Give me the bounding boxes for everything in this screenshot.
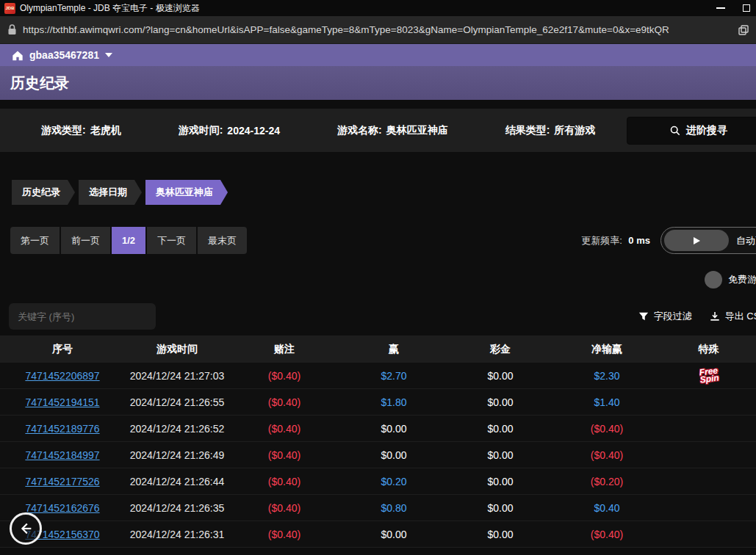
- game-time-cell: 2024/12/24 21:26:55: [125, 396, 229, 408]
- account-bar: gbaa35467281: [0, 44, 756, 66]
- free-game-radio[interactable]: [705, 271, 722, 289]
- bet-cell: ($0.40): [229, 529, 339, 540]
- net-cell: $1.40: [552, 396, 661, 408]
- net-cell: $2.30: [552, 370, 661, 382]
- table-header-row: 序号 游戏时间 赌注 赢 彩金 净输赢 特殊: [0, 335, 756, 363]
- filter-value: 所有游戏: [554, 124, 595, 137]
- header-jackpot: 彩金: [448, 343, 552, 356]
- pagination-prev-button[interactable]: 前一页: [61, 227, 110, 254]
- special-cell: Free Spin: [661, 368, 756, 384]
- search-input[interactable]: [9, 303, 156, 330]
- round-id-link[interactable]: 7471452189776: [0, 423, 125, 435]
- filter-value: 奥林匹亚神庙: [386, 124, 448, 137]
- game-time-cell: 2024/12/24 21:26:35: [125, 502, 229, 514]
- toggle-knob: [664, 230, 729, 251]
- page-title: 历史纪录: [10, 73, 69, 93]
- game-time-cell: 2024/12/24 21:26:44: [125, 476, 229, 487]
- free-game-label: 免费游戏: [728, 273, 756, 286]
- address-bar: https://txthbf.awimqwri.com/?lang=cn&hom…: [0, 16, 756, 44]
- round-id-link[interactable]: 7471452206897: [0, 370, 125, 382]
- filter-label: 游戏名称:: [337, 124, 382, 137]
- net-cell: $0.40: [552, 502, 661, 514]
- copy-icon[interactable]: [738, 25, 749, 35]
- browser-window: JDB OlympianTemple - JDB 夺宝电子 - 极速浏览器 ht…: [0, 0, 756, 555]
- win-cell: $0.00: [339, 449, 448, 461]
- game-time-cell: 2024/12/24 21:26:31: [125, 529, 229, 540]
- pagination-first-button[interactable]: 第一页: [10, 227, 60, 254]
- header-special: 特殊: [661, 343, 756, 356]
- win-cell: $0.80: [339, 502, 448, 514]
- app-icon: JDB: [4, 3, 15, 14]
- account-menu[interactable]: gbaa35467281: [12, 49, 112, 61]
- history-table: 序号 游戏时间 赌注 赢 彩金 净输赢 特殊 74714522068972024…: [0, 335, 756, 548]
- bet-cell: ($0.40): [229, 476, 339, 487]
- table-row: 74714521563702024/12/24 21:26:31($0.40)$…: [0, 521, 756, 548]
- filter-game-name[interactable]: 游戏名称: 奥林匹亚神庙: [337, 124, 448, 137]
- round-id-link[interactable]: 7471452162676: [0, 502, 125, 514]
- header-bet: 赌注: [229, 343, 339, 356]
- export-csv-label: 导出 CSV: [725, 310, 756, 323]
- export-csv-button[interactable]: 导出 CSV: [710, 310, 756, 323]
- maximize-button[interactable]: [743, 4, 750, 12]
- pagination-next-button[interactable]: 下一页: [147, 227, 196, 254]
- filter-game-date[interactable]: 游戏时间: 2024-12-24: [179, 124, 280, 137]
- filter-label: 游戏类型:: [41, 124, 86, 137]
- game-time-cell: 2024/12/24 21:27:03: [125, 370, 229, 382]
- bet-cell: ($0.40): [229, 423, 339, 435]
- jackpot-cell: $0.00: [448, 423, 552, 435]
- filter-result-type[interactable]: 结果类型: 所有游戏: [505, 124, 596, 137]
- chevron-down-icon: [105, 53, 112, 57]
- filter-game-type[interactable]: 游戏类型: 老虎机: [41, 124, 121, 137]
- bet-cell: ($0.40): [229, 449, 339, 461]
- jackpot-cell: $0.00: [448, 396, 552, 408]
- main-content: 历史纪录 选择日期 奥林匹亚神庙 第一页 前一页 1/2 下一页 最末页 更新频…: [0, 180, 756, 548]
- header-game-time: 游戏时间: [125, 343, 229, 356]
- advanced-search-label: 进阶搜寻: [686, 124, 727, 137]
- game-time-cell: 2024/12/24 21:26:52: [125, 423, 229, 435]
- table-row: 74714521849972024/12/24 21:26:49($0.40)$…: [0, 442, 756, 468]
- net-cell: ($0.40): [552, 529, 661, 540]
- field-filter-button[interactable]: 字段过滤: [638, 310, 692, 323]
- url-field[interactable]: https://txthbf.awimqwri.com/?lang=cn&hom…: [23, 24, 732, 35]
- table-row: 74714522068972024/12/24 21:27:03($0.40)$…: [0, 363, 756, 389]
- win-cell: $0.20: [339, 476, 448, 487]
- round-id-link[interactable]: 7471452184997: [0, 449, 125, 461]
- jackpot-cell: $0.00: [448, 476, 552, 487]
- table-body: 74714522068972024/12/24 21:27:03($0.40)$…: [0, 363, 756, 548]
- window-titlebar: JDB OlympianTemple - JDB 夺宝电子 - 极速浏览器: [0, 0, 756, 16]
- filter-bar: 游戏类型: 老虎机 游戏时间: 2024-12-24 游戏名称: 奥林匹亚神庙 …: [0, 109, 756, 152]
- advanced-search-button[interactable]: 进阶搜寻: [627, 117, 756, 145]
- pagination-current-page[interactable]: 1/2: [112, 227, 145, 254]
- breadcrumb-item-history[interactable]: 历史纪录: [12, 180, 75, 205]
- search-icon: [670, 126, 680, 136]
- jackpot-cell: $0.00: [448, 502, 552, 514]
- filter-value: 老虎机: [90, 124, 121, 137]
- field-filter-label: 字段过滤: [654, 310, 692, 323]
- round-id-link[interactable]: 7471452177526: [0, 476, 125, 487]
- table-row: 74714521775262024/12/24 21:26:44($0.40)$…: [0, 468, 756, 495]
- minimize-button[interactable]: [716, 7, 725, 9]
- header-round-id: 序号: [0, 343, 125, 356]
- game-time-cell: 2024/12/24 21:26:49: [125, 449, 229, 461]
- round-id-link[interactable]: 7471452194151: [0, 396, 125, 408]
- filter-label: 结果类型:: [505, 124, 550, 137]
- free-spin-badge: Free Spin: [698, 366, 719, 383]
- auto-refresh-label: 自动更新: [732, 234, 756, 247]
- win-cell: $0.00: [339, 423, 448, 435]
- pagination-last-button[interactable]: 最末页: [198, 227, 247, 254]
- download-icon: [710, 311, 720, 322]
- back-button[interactable]: [10, 512, 42, 545]
- bet-cell: ($0.40): [229, 396, 339, 408]
- breadcrumb-item-date[interactable]: 选择日期: [79, 180, 142, 205]
- funnel-icon: [638, 311, 649, 322]
- window-title: OlympianTemple - JDB 夺宝电子 - 极速浏览器: [20, 2, 200, 15]
- username: gbaa35467281: [29, 49, 99, 61]
- minimize-icon: [716, 7, 725, 9]
- bet-cell: ($0.40): [229, 502, 339, 514]
- jackpot-cell: $0.00: [448, 449, 552, 461]
- breadcrumb-item-game[interactable]: 奥林匹亚神庙: [145, 180, 228, 205]
- maximize-icon: [743, 4, 750, 12]
- header-net: 净输赢: [552, 343, 661, 356]
- auto-refresh-toggle[interactable]: 自动更新: [660, 227, 756, 254]
- lock-icon: [7, 24, 17, 35]
